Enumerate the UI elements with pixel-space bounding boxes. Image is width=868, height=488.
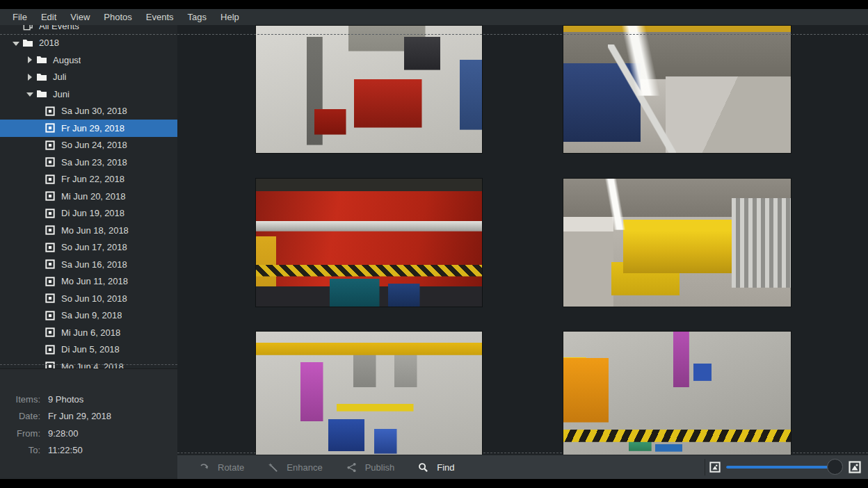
photo-thumbnail-1[interactable]	[256, 26, 482, 153]
sidebar-item-all-events[interactable]: All Events	[0, 25, 177, 35]
publish-icon	[346, 462, 357, 473]
tree-item-label: So Jun 10, 2018	[61, 293, 127, 304]
event-icon	[45, 361, 56, 368]
thumbnail-size-large-icon[interactable]	[849, 461, 861, 473]
chevron-down-icon[interactable]	[11, 38, 21, 48]
info-value: Fr Jun 29, 2018	[48, 411, 111, 421]
event-icon	[45, 106, 56, 117]
enhance-label: Enhance	[287, 462, 322, 473]
menu-file[interactable]: File	[6, 9, 34, 25]
menubar: File Edit View Photos Events Tags Help	[0, 9, 868, 25]
photo-thumbnail-5[interactable]	[256, 332, 482, 455]
sidebar-item-juni[interactable]: Juni	[0, 86, 177, 103]
chevron-right-icon[interactable]	[25, 72, 35, 82]
info-row-items: Items: 9 Photos	[0, 391, 177, 408]
event-icon	[45, 122, 56, 133]
sidebar-item-juli[interactable]: Juli	[0, 69, 177, 86]
menu-events[interactable]: Events	[139, 9, 181, 25]
event-icon	[45, 259, 56, 270]
tree-item-label: So Jun 17, 2018	[61, 242, 127, 252]
sidebar-item-event-jun23[interactable]: Sa Jun 23, 2018	[0, 154, 177, 171]
tree-item-label: Mo Jun 18, 2018	[61, 225, 129, 236]
photo-thumbnail-3[interactable]	[256, 179, 482, 307]
sidebar-item-event-jun6[interactable]: Mi Jun 6, 2018	[0, 324, 177, 341]
search-icon	[418, 462, 428, 473]
sidebar-item-event-jun29-selected[interactable]: Fr Jun 29, 2018	[0, 120, 177, 137]
sidebar: All Events 2018 August	[0, 25, 177, 479]
sidebar-item-event-jun17[interactable]: So Jun 17, 2018	[0, 239, 177, 257]
photo-thumbnail-6[interactable]	[563, 332, 791, 455]
folder-icon	[36, 54, 47, 65]
tree-item-label: Juni	[53, 89, 70, 99]
event-icon	[45, 208, 56, 219]
tree-item-label: Juli	[53, 72, 67, 82]
photo-thumbnail-4[interactable]	[563, 179, 791, 307]
photo-grid-area: Rotate Enhance Publish	[177, 25, 868, 479]
rotate-label: Rotate	[218, 462, 244, 473]
tree-item-label: August	[53, 55, 81, 65]
tree-item-label: Mo Jun 11, 2018	[61, 276, 128, 286]
tree-item-label: Sa Jun 30, 2018	[61, 106, 127, 116]
chevron-right-icon[interactable]	[25, 55, 35, 65]
tree-item-label: So Jun 24, 2018	[61, 140, 127, 150]
find-button[interactable]: Find	[406, 455, 466, 479]
publish-button[interactable]: Publish	[335, 455, 407, 479]
folder-icon	[36, 72, 47, 83]
sidebar-item-event-jun30[interactable]: Sa Jun 30, 2018	[0, 103, 177, 120]
info-label: To:	[0, 445, 40, 455]
slider-handle[interactable]	[827, 459, 843, 475]
info-label: Date:	[0, 411, 40, 421]
photo-thumbnail-2[interactable]	[563, 26, 791, 153]
publish-label: Publish	[365, 462, 395, 473]
menu-view[interactable]: View	[63, 9, 97, 25]
app-window: File Edit View Photos Events Tags Help A…	[0, 9, 868, 479]
sidebar-item-event-jun9[interactable]: Sa Jun 9, 2018	[0, 307, 177, 325]
sidebar-item-event-jun4[interactable]: Mo Jun 4, 2018	[0, 358, 177, 368]
chevron-down-icon[interactable]	[25, 89, 35, 99]
tree-item-label: Di Jun 5, 2018	[61, 344, 120, 355]
menu-help[interactable]: Help	[214, 9, 246, 25]
sidebar-item-event-jun19[interactable]: Di Jun 19, 2018	[0, 205, 177, 222]
all-events-icon	[22, 25, 33, 31]
info-row-from: From: 9:28:00	[0, 425, 177, 442]
event-icon	[45, 190, 56, 202]
sidebar-item-event-jun16[interactable]: Sa Jun 16, 2018	[0, 256, 177, 273]
info-label: From:	[0, 428, 40, 439]
menu-photos[interactable]: Photos	[97, 9, 138, 25]
sidebar-item-event-jun10[interactable]: So Jun 10, 2018	[0, 290, 177, 307]
event-icon	[45, 344, 56, 355]
menu-edit[interactable]: Edit	[34, 9, 63, 25]
info-value: 9:28:00	[48, 428, 78, 439]
sidebar-item-event-jun5[interactable]: Di Jun 5, 2018	[0, 341, 177, 359]
tree-item-label: Fr Jun 22, 2018	[61, 174, 124, 184]
sidebar-item-event-jun18[interactable]: Mo Jun 18, 2018	[0, 222, 177, 239]
tree-item-label: Sa Jun 23, 2018	[61, 157, 127, 168]
tree-item-label: Di Jun 19, 2018	[61, 208, 124, 218]
find-label: Find	[437, 462, 454, 473]
event-icon	[45, 242, 56, 253]
event-icon	[45, 140, 56, 151]
sidebar-item-event-jun22[interactable]: Fr Jun 22, 2018	[0, 171, 177, 188]
thumbnail-zoom-slider[interactable]	[726, 461, 843, 473]
enhance-button[interactable]: Enhance	[256, 455, 334, 479]
sidebar-item-2018[interactable]: 2018	[0, 35, 177, 52]
info-label: Items:	[0, 394, 40, 405]
thumbnail-size-small-icon[interactable]	[709, 462, 721, 473]
event-icon	[45, 276, 56, 287]
tree-item-label: 2018	[39, 38, 59, 48]
info-row-date: Date: Fr Jun 29, 2018	[0, 408, 177, 425]
menu-tags[interactable]: Tags	[181, 9, 214, 25]
sidebar-item-event-jun11[interactable]: Mo Jun 11, 2018	[0, 273, 177, 291]
rotate-icon	[199, 462, 209, 473]
sidebar-item-event-jun24[interactable]: So Jun 24, 2018	[0, 137, 177, 154]
rotate-button[interactable]: Rotate	[187, 455, 256, 479]
thumbnail-zoom-control	[705, 461, 865, 473]
bottom-toolbar: Rotate Enhance Publish	[177, 455, 868, 479]
event-icon	[45, 327, 56, 338]
tree-item-label: Mo Jun 4, 2018	[61, 361, 124, 368]
event-icon	[45, 156, 56, 168]
events-tree: All Events 2018 August	[0, 25, 177, 368]
event-icon	[45, 225, 56, 236]
sidebar-item-event-jun20[interactable]: Mi Jun 20, 2018	[0, 188, 177, 205]
sidebar-item-august[interactable]: August	[0, 51, 177, 69]
